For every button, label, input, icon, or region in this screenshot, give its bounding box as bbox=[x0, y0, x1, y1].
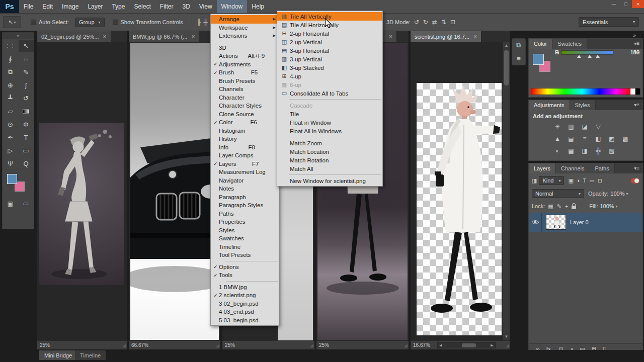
window-menu-item[interactable] bbox=[211, 259, 279, 263]
arrange-menu-item[interactable]: Match All bbox=[277, 164, 382, 173]
window-menu-item[interactable]: Swatches bbox=[211, 234, 279, 243]
window-menu-item[interactable]: ✓ Layers F7 bbox=[211, 160, 279, 168]
posterize-icon[interactable]: ▦ bbox=[566, 146, 577, 155]
collapse-dock-icon[interactable]: » bbox=[633, 32, 636, 38]
menubar-item[interactable]: 3D bbox=[178, 0, 194, 13]
window-menu-item[interactable]: ✓ Options bbox=[211, 263, 279, 272]
lasso-tool[interactable]: ∮ bbox=[3, 53, 18, 65]
lock-position-icon[interactable]: + bbox=[565, 203, 568, 209]
vertical-scrollbar[interactable]: ▲ ▼ bbox=[503, 42, 510, 340]
black-white-icon[interactable]: ◧ bbox=[593, 134, 604, 143]
panel-tab[interactable]: Styles bbox=[570, 100, 596, 110]
brush-tool[interactable]: ʃ bbox=[19, 79, 34, 92]
filter-type-layers-icon[interactable]: T bbox=[583, 177, 587, 184]
type-tool[interactable]: T bbox=[19, 131, 34, 144]
collapse-panel-icon[interactable]: « bbox=[3, 33, 34, 39]
arrange-menu-item[interactable] bbox=[277, 98, 382, 101]
window-menu-item[interactable]: Navigator bbox=[211, 176, 279, 185]
crop-tool[interactable]: ⧉ bbox=[3, 66, 18, 78]
menubar-item[interactable]: File bbox=[19, 0, 38, 13]
scrollbar-thumb[interactable] bbox=[504, 50, 509, 85]
zoom-level[interactable]: 16.67% bbox=[413, 342, 430, 348]
window-menu-item[interactable]: Channels bbox=[211, 85, 279, 94]
gradient-map-icon[interactable]: ▧ bbox=[606, 146, 617, 155]
window-menu-item[interactable]: Tool Presets bbox=[211, 251, 279, 259]
scroll-up-icon[interactable]: ▲ bbox=[503, 43, 510, 49]
rectangular-marquee-tool[interactable] bbox=[3, 40, 18, 52]
exposure-icon[interactable]: ▽ bbox=[593, 122, 604, 131]
resize-grip-icon[interactable]: ◢ bbox=[506, 343, 510, 348]
slide-3d-icon[interactable]: ⇅ bbox=[441, 19, 446, 26]
window-menu-item[interactable]: Actions Alt+F9 bbox=[211, 52, 279, 60]
panel-tab[interactable]: Layers bbox=[529, 163, 556, 173]
channel-mixer-icon[interactable]: ▩ bbox=[620, 134, 631, 143]
arrange-menu-item[interactable]: Cascade bbox=[277, 101, 382, 110]
close-icon[interactable]: × bbox=[103, 33, 107, 40]
panel-tab[interactable]: Color bbox=[529, 39, 552, 49]
scroll-right-icon[interactable]: ▶ bbox=[489, 343, 495, 348]
channel-value[interactable]: 182 bbox=[622, 49, 639, 55]
scroll-left-icon[interactable]: ◀ bbox=[438, 343, 444, 348]
minimize-button[interactable]: — bbox=[608, 0, 620, 8]
zoom-level[interactable]: 25% bbox=[40, 342, 50, 348]
window-menu-item[interactable]: Paragraph bbox=[211, 193, 279, 202]
window-menu-item[interactable]: Layer Comps bbox=[211, 151, 279, 160]
auto-select-checkbox[interactable] bbox=[31, 20, 36, 25]
window-menu-item[interactable]: Properties bbox=[211, 218, 279, 226]
arrange-menu-item[interactable]: ▭ Consolidate All to Tabs bbox=[277, 89, 382, 98]
levels-icon[interactable]: ▥ bbox=[566, 122, 577, 131]
menubar-item[interactable]: Window bbox=[217, 0, 248, 13]
window-menu-item[interactable]: Brush Presets bbox=[211, 77, 279, 85]
color-spectrum-ramp[interactable] bbox=[531, 88, 640, 95]
workspace-switcher[interactable]: Essentials ▾ bbox=[579, 17, 639, 27]
panel-tab[interactable]: Paths bbox=[590, 163, 615, 173]
vibrance-icon[interactable]: ▲ bbox=[552, 134, 563, 143]
window-menu-item[interactable]: Styles bbox=[211, 226, 279, 235]
zoom-level[interactable]: 66.67% bbox=[131, 342, 148, 348]
window-menu-item[interactable]: ✓ Tools bbox=[211, 271, 279, 280]
history-brush-tool[interactable]: ↺ bbox=[19, 92, 34, 105]
close-button[interactable]: × bbox=[632, 0, 644, 8]
kind-filter-dropdown[interactable]: Kind ▾ bbox=[539, 176, 564, 185]
arrange-menu-item[interactable] bbox=[277, 135, 382, 139]
horizontal-scrollbar[interactable]: ◀ ▶ bbox=[437, 342, 496, 348]
window-menu-item[interactable]: Paragraph Styles bbox=[211, 201, 279, 210]
window-menu-item[interactable]: 4 03_end.psd bbox=[211, 308, 279, 316]
canvas-woman-render[interactable] bbox=[39, 123, 124, 285]
window-menu-item[interactable]: Histogram bbox=[211, 127, 279, 135]
brightness-contrast-icon[interactable]: ☀ bbox=[552, 122, 563, 131]
document-tab-02-begin[interactable]: 02_begin.psd @ 25%... × bbox=[37, 31, 111, 42]
canvas-bmw-photo[interactable] bbox=[130, 43, 219, 340]
layer-name[interactable]: Layer 0 bbox=[570, 219, 589, 225]
arrange-menu-item[interactable]: New Window for scientist.png bbox=[277, 176, 382, 185]
window-menu-item[interactable]: 3 02_begin.psd bbox=[211, 300, 279, 308]
lock-all-icon[interactable] bbox=[572, 206, 576, 209]
menubar-item[interactable]: Image bbox=[57, 0, 83, 13]
arrange-menu-item[interactable]: ⊞ 4-up bbox=[277, 72, 382, 80]
document-tab-bmw[interactable]: BMW.jpg @ 66.7% (... × bbox=[129, 31, 199, 42]
arrange-menu-item[interactable]: ▦ 6-up bbox=[277, 80, 382, 89]
arrange-menu-item[interactable]: Tile bbox=[277, 110, 382, 118]
filter-pixel-layers-icon[interactable]: ▣ bbox=[568, 177, 573, 184]
move-tool[interactable]: ↖ bbox=[19, 40, 34, 52]
eyedropper-tool[interactable]: ✎ bbox=[19, 66, 34, 78]
arrange-menu-item[interactable]: Float in Window bbox=[277, 118, 382, 127]
window-menu-item[interactable]: Character bbox=[211, 94, 279, 102]
menubar-item[interactable]: Help bbox=[247, 0, 269, 13]
filter-adjustment-layers-icon[interactable]: ◑ bbox=[577, 177, 580, 184]
pan-3d-icon[interactable]: ⇄ bbox=[432, 19, 437, 26]
roll-3d-icon[interactable]: ↻ bbox=[423, 19, 428, 26]
scale-3d-icon[interactable]: ⊡ bbox=[450, 19, 455, 26]
window-menu-item[interactable]: Timeline bbox=[211, 243, 279, 251]
window-menu-item[interactable]: Character Styles bbox=[211, 102, 279, 110]
eraser-tool[interactable]: ▱ bbox=[3, 105, 18, 118]
opacity-dropdown[interactable]: 100% ▾ bbox=[610, 191, 628, 197]
canvas-scientist-transparent[interactable] bbox=[417, 83, 502, 335]
panel-menu-icon[interactable]: ▾≡ bbox=[634, 100, 642, 110]
filter-smart-objects-icon[interactable]: ⊡ bbox=[598, 177, 602, 184]
menubar-item[interactable]: View bbox=[195, 0, 217, 13]
arrange-menu-item[interactable]: ◫ 2-up Vertical bbox=[277, 38, 382, 46]
selective-color-icon[interactable]: ╬ bbox=[593, 146, 604, 155]
arrange-menu-item[interactable]: ▥ 3-up Vertical bbox=[277, 55, 382, 63]
fill-dropdown[interactable]: 100% ▾ bbox=[600, 203, 617, 209]
